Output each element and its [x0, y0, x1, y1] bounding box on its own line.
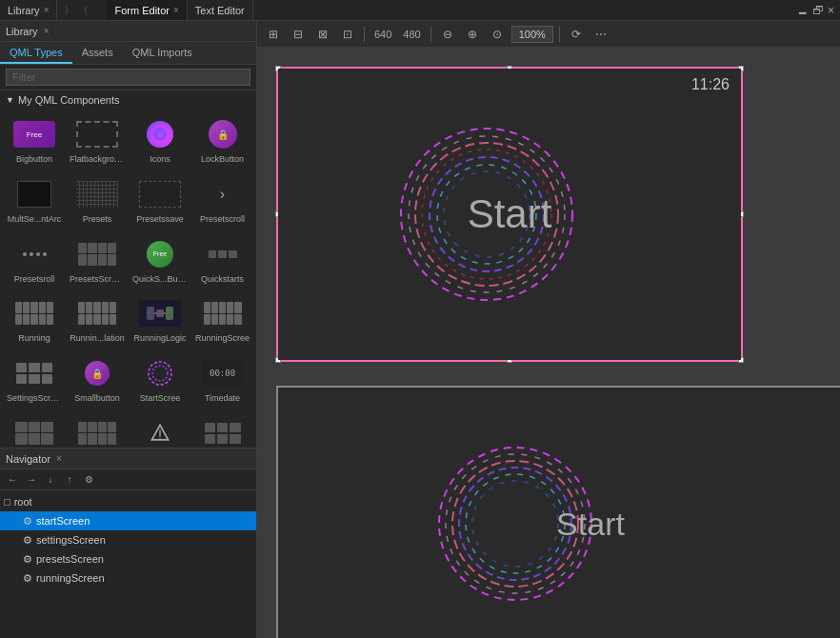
- component-timedate[interactable]: 00:00 Timedate: [192, 350, 252, 409]
- component-running[interactable]: Running: [4, 290, 65, 349]
- component-smallbutton-label: Smallbutton: [74, 393, 120, 404]
- toolbar-fit-btn[interactable]: ⊙: [487, 24, 508, 45]
- nav-item-startscreen[interactable]: ⚙ startScreen: [0, 511, 256, 530]
- toolbar-orient-btn[interactable]: ⟳: [566, 24, 587, 45]
- component-quicksbutton[interactable]: Free QuickS...Button: [130, 231, 190, 289]
- component-runningscreen[interactable]: RunningScree: [192, 290, 252, 349]
- screen-preview-top[interactable]: 11:26 Start: [276, 67, 743, 362]
- time-display-top: 11:26: [691, 76, 730, 93]
- component-washpmgrid[interactable]: Washp...mgrid: [67, 410, 128, 448]
- toolbar-zoom-out-btn[interactable]: ⊖: [437, 24, 458, 45]
- nav-item-root[interactable]: □ root: [0, 492, 256, 511]
- nav-presetsscreen-icon: ⚙: [23, 553, 32, 566]
- component-runningscreen-label: RunningScree: [195, 333, 250, 344]
- component-presetssave[interactable]: Presetssave: [130, 171, 190, 229]
- component-lockbutton[interactable]: 🔒 LockButton: [192, 111, 252, 169]
- nav-settingsscreen-label: settingsScreen: [36, 534, 106, 546]
- nav-back-btn[interactable]: ←: [4, 471, 21, 488]
- component-runninglogic[interactable]: RunningLogic: [130, 290, 190, 349]
- component-icons-thumb: [137, 116, 183, 152]
- screen-content-top: 11:26 Start: [278, 69, 741, 360]
- svg-point-22: [459, 468, 571, 580]
- window-restore-icon[interactable]: 🗗: [812, 4, 824, 17]
- tab-text-editor[interactable]: Text Editor: [188, 0, 253, 20]
- tab-library-label: Library: [8, 5, 40, 16]
- toolbar-grid-btn[interactable]: ⊡: [337, 24, 358, 45]
- nav-settingsscreen-icon: ⚙: [23, 534, 32, 547]
- component-timedate-label: Timedate: [205, 393, 240, 404]
- component-settingsscreen[interactable]: SettingsScreen: [4, 350, 65, 409]
- nav-startscreen-label: startScreen: [36, 515, 90, 527]
- tab-assets[interactable]: Assets: [72, 42, 123, 64]
- toolbar-align-btn[interactable]: ⊟: [288, 24, 309, 45]
- component-quickstarts[interactable]: Quickstarts: [192, 231, 252, 289]
- svg-point-1: [155, 130, 165, 139]
- navigator-close-icon[interactable]: ×: [56, 453, 62, 464]
- component-bigbutton[interactable]: Free Bigbutton: [4, 111, 65, 169]
- window-close-icon[interactable]: ×: [828, 4, 834, 17]
- component-washpsettings[interactable]: Washrp...ttgs: [192, 410, 252, 448]
- tab-qml-types[interactable]: QML Types: [0, 42, 72, 64]
- component-runninglogic-label: RunningLogic: [133, 333, 186, 344]
- component-timedate-thumb: 00:00: [200, 355, 246, 391]
- component-presetscroll-label: Presetscroll: [200, 214, 245, 225]
- component-startscreen-lib[interactable]: StartScree: [130, 350, 190, 409]
- component-icons[interactable]: Icons: [130, 111, 190, 169]
- component-presets[interactable]: Presets: [67, 171, 128, 229]
- window-minimize-icon[interactable]: 🗕: [797, 4, 809, 17]
- tab-library[interactable]: Library ×: [0, 0, 57, 20]
- tab-form-editor[interactable]: Form Editor ×: [107, 0, 187, 20]
- toolbar-coords-y: 480: [399, 29, 424, 40]
- toolbar-distribute-btn[interactable]: ⊠: [312, 24, 333, 45]
- toolbar-sep2: [430, 27, 431, 42]
- component-settingsscreen-label: SettingsScreen: [7, 393, 62, 404]
- toolbar-snap-btn[interactable]: ⊞: [263, 24, 284, 45]
- main-layout: Library × QML Types Assets QML Imports ▼…: [0, 21, 840, 638]
- component-bigbutton-label: Bigbutton: [16, 154, 52, 165]
- component-washprogram[interactable]: Washprogram: [4, 410, 65, 448]
- library-close-icon[interactable]: ×: [44, 26, 50, 36]
- component-presetsroll[interactable]: Presetsroll: [4, 231, 65, 289]
- tab-text-editor-label: Text Editor: [195, 5, 245, 16]
- nav-item-runningscreen[interactable]: ⚙ runningScreen: [0, 568, 256, 588]
- tab-library-close[interactable]: ×: [44, 5, 50, 15]
- component-presetscroll[interactable]: › Presetscroll: [192, 171, 252, 229]
- nav-up-btn[interactable]: ↑: [61, 471, 78, 488]
- svg-point-0: [151, 126, 169, 143]
- nav-settings-btn[interactable]: ⚙: [80, 471, 97, 488]
- component-runninglation[interactable]: Runnin...lation: [67, 290, 128, 349]
- component-running-thumb: [11, 295, 57, 331]
- tab-controls: 🗕 🗗 ×: [791, 4, 840, 17]
- component-multiselentarc-label: MultSe...ntArc: [8, 214, 62, 225]
- component-washpmgrid-thumb: [74, 415, 120, 448]
- nav-item-settingsscreen[interactable]: ⚙ settingsScreen: [0, 530, 256, 549]
- component-quickstarts-label: Quickstarts: [201, 274, 244, 285]
- library-header: Library ×: [0, 21, 256, 42]
- filter-input[interactable]: [6, 69, 250, 86]
- canvas-area[interactable]: 11:26 Start: [257, 48, 840, 638]
- section-header-my-qml[interactable]: ▼ My QML Components: [0, 90, 256, 110]
- component-presetsscreen[interactable]: PresetsScreen: [67, 231, 128, 289]
- nav-forward-btn[interactable]: →: [23, 471, 40, 488]
- component-flatbackground[interactable]: Flatbackground: [67, 111, 128, 169]
- svg-point-8: [152, 366, 168, 381]
- component-smallbutton[interactable]: 🔒 Smallbutton: [67, 350, 128, 409]
- component-lockbutton-thumb: 🔒: [200, 116, 246, 152]
- component-quickstarts-thumb: [200, 236, 246, 272]
- library-title: Library: [6, 26, 38, 37]
- zoom-input[interactable]: [511, 26, 553, 43]
- component-multiselentarc[interactable]: MultSe...ntArc: [4, 171, 65, 229]
- tab-form-editor-close[interactable]: ×: [173, 5, 179, 15]
- toolbar-more-btn[interactable]: ⋯: [590, 24, 611, 45]
- component-presetsroll-label: Presetsroll: [14, 274, 55, 285]
- nav-item-presetsscreen[interactable]: ⚙ presetsScreen: [0, 549, 256, 568]
- tab-qml-imports[interactable]: QML Imports: [123, 42, 202, 64]
- screen-content-bottom: 09:52 Start: [278, 388, 840, 638]
- library-tabs: QML Types Assets QML Imports: [0, 42, 256, 65]
- toolbar-zoom-in-btn[interactable]: ⊕: [462, 24, 483, 45]
- nav-down-btn[interactable]: ↓: [42, 471, 59, 488]
- component-washprogram-thumb: [11, 415, 57, 448]
- screen-preview-bottom[interactable]: 09:52 Start StartScreen: [276, 386, 840, 638]
- nav-root-icon: □: [4, 496, 10, 508]
- component-washpmite[interactable]: Washp...mite: [130, 410, 190, 448]
